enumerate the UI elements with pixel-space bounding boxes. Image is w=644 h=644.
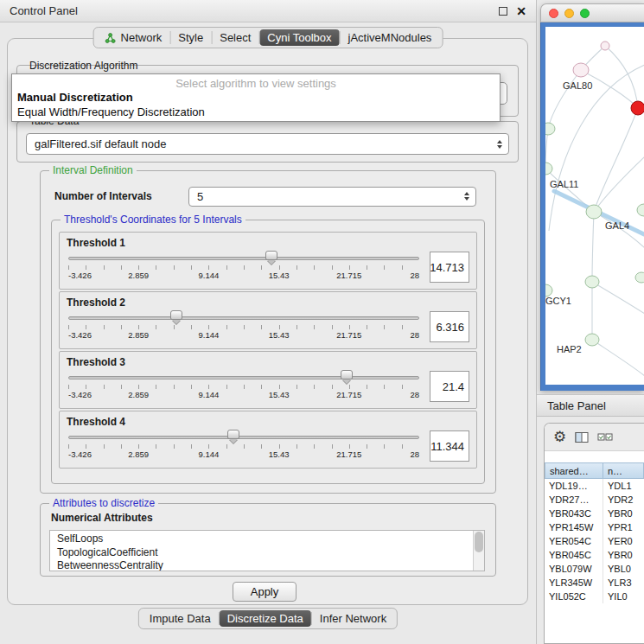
bottom-tabs: Impute DataDiscretize DataInfer Network — [138, 608, 398, 629]
float-window-icon[interactable] — [499, 7, 507, 16]
algorithm-option[interactable]: Manual Discretization — [12, 90, 500, 105]
scale-label: 28 — [410, 271, 419, 280]
num-intervals-value: 5 — [197, 190, 462, 203]
slider-track[interactable] — [68, 376, 419, 379]
tab-network[interactable]: Network — [97, 29, 170, 46]
network-graph[interactable]: GAL80GAL11GAL4GCY1HAP2 — [545, 27, 644, 385]
bottom-tab-impute-data[interactable]: Impute Data — [142, 610, 219, 627]
network-node[interactable] — [585, 334, 599, 346]
network-canvas[interactable]: GAL80GAL11GAL4GCY1HAP2 — [545, 27, 644, 385]
table-cell: YER054C — [545, 534, 603, 548]
bottom-tab-infer-network[interactable]: Infer Network — [312, 610, 394, 627]
table-rows: YDL19…YDL1YDR27…YDR2YBR043CYBR0YPR145WYP… — [545, 479, 644, 603]
apply-button[interactable]: Apply — [233, 582, 296, 602]
algorithm-dropdown-popup: Select algorithm to view settings Manual… — [11, 73, 501, 122]
minimize-traffic-light-icon[interactable] — [564, 9, 574, 18]
tab-cyni-toolbox[interactable]: Cyni Toolbox — [259, 29, 339, 46]
slider-ticks — [68, 325, 419, 329]
scale-label: 28 — [410, 390, 419, 399]
checkbox-columns-icon[interactable] — [597, 432, 613, 443]
close-traffic-light-icon[interactable] — [549, 9, 558, 18]
right-pane: GAL80GAL11GAL4GCY1HAP2 Table Panel ⚙ — [537, 0, 644, 644]
slider-thumb[interactable] — [227, 430, 239, 439]
network-node[interactable] — [545, 123, 555, 135]
table-panel: ⚙ shared…n… YDL19…YDL1YDR27…YDR2YBR043CY… — [544, 423, 644, 644]
attributes-group: Attributes to discretize Numerical Attri… — [40, 503, 496, 577]
num-intervals-combobox[interactable]: 5 — [188, 187, 476, 207]
threshold-slider[interactable]: -3.4262.8599.14415.4321.71528 — [67, 370, 421, 403]
network-node[interactable] — [635, 272, 644, 283]
slider-scale-labels: -3.4262.8599.14415.4321.71528 — [68, 450, 419, 460]
network-node[interactable] — [545, 284, 552, 296]
scale-label: 9.144 — [199, 330, 220, 340]
attribute-list-item[interactable]: SelfLoops — [57, 532, 472, 546]
tab-select[interactable]: Select — [212, 29, 258, 46]
threshold-row: -3.4262.8599.14415.4321.71528 11.344 — [67, 430, 469, 462]
node-label: GAL11 — [550, 179, 578, 189]
table-panel-header: Table Panel — [537, 394, 644, 417]
table-row[interactable]: YIL052CYIL0 — [545, 590, 644, 603]
table-data-combobox[interactable]: galFiltered.sif default node — [26, 133, 509, 155]
network-node[interactable] — [573, 63, 589, 77]
table-row[interactable]: YBL079WYBL0 — [545, 562, 644, 576]
threshold-slider[interactable]: -3.4262.8599.14415.4321.71528 — [67, 310, 421, 343]
table-row[interactable]: YER054CYER0 — [545, 534, 644, 548]
tab-label: jActiveMNodules — [348, 31, 432, 44]
slider-ticks — [68, 385, 419, 389]
tab-label: Infer Network — [320, 612, 386, 625]
zoom-traffic-light-icon[interactable] — [580, 9, 590, 18]
column-header[interactable]: n… — [603, 462, 644, 479]
attribute-list-item[interactable]: TopologicalCoefficient — [57, 546, 472, 560]
slider-track[interactable] — [68, 436, 419, 439]
threshold-label: Threshold 1 — [67, 237, 469, 249]
scale-label: 28 — [410, 330, 419, 340]
table-row[interactable]: YLR345WYLR3 — [545, 576, 644, 590]
table-row[interactable]: YBR045CYBR0 — [545, 548, 644, 562]
list-scrollbar[interactable] — [473, 531, 484, 571]
gear-icon[interactable]: ⚙ — [553, 430, 566, 444]
network-node[interactable] — [631, 101, 644, 115]
split-columns-icon[interactable] — [575, 431, 589, 443]
tab-style[interactable]: Style — [170, 29, 211, 46]
threshold-value-field[interactable]: 11.344 — [430, 430, 469, 462]
table-cell: YER0 — [603, 534, 644, 548]
node-table: shared…n… YDL19…YDL1YDR27…YDR2YBR043CYBR… — [545, 462, 644, 603]
network-node[interactable] — [637, 204, 644, 216]
close-icon[interactable]: ✕ — [516, 5, 526, 17]
table-cell: YBR0 — [603, 548, 644, 562]
threshold-value-field[interactable]: 6.316 — [430, 311, 469, 342]
scale-label: 9.144 — [199, 450, 220, 459]
table-row[interactable]: YDL19…YDL1 — [545, 479, 644, 493]
network-window-titlebar[interactable] — [540, 3, 644, 22]
numerical-attributes-list[interactable]: SelfLoopsTopologicalCoefficientBetweenne… — [49, 530, 485, 571]
threshold-value-field[interactable]: 21.4 — [430, 371, 469, 402]
threshold-slider[interactable]: -3.4262.8599.14415.4321.71528 — [67, 251, 421, 284]
algorithm-option[interactable]: Equal Width/Frequency Discretization — [12, 105, 500, 119]
scale-label: -3.426 — [68, 271, 92, 280]
tab-jactivemnodules[interactable]: jActiveMNodules — [341, 29, 440, 46]
network-node[interactable] — [545, 163, 552, 175]
scrollbar-thumb[interactable] — [475, 532, 483, 552]
network-view-window: GAL80GAL11GAL4GCY1HAP2 — [540, 3, 644, 391]
threshold-value-field[interactable]: 14.713 — [430, 252, 469, 283]
network-node[interactable] — [585, 276, 599, 288]
scale-label: 2.859 — [128, 271, 149, 280]
slider-thumb[interactable] — [170, 310, 182, 320]
group-title-attributes: Attributes to discretize — [49, 497, 158, 509]
threshold-slider[interactable]: -3.4262.8599.14415.4321.71528 — [67, 430, 421, 462]
network-node[interactable] — [586, 205, 602, 219]
slider-track[interactable] — [68, 316, 419, 320]
slider-thumb[interactable] — [265, 251, 277, 260]
table-cell: YLR3 — [603, 576, 644, 590]
bottom-tab-discretize-data[interactable]: Discretize Data — [220, 610, 311, 627]
table-cell: YDL19… — [545, 479, 603, 493]
column-header[interactable]: shared… — [545, 462, 603, 479]
table-row[interactable]: YPR145WYPR1 — [545, 520, 644, 534]
table-row[interactable]: YDR27…YDR2 — [545, 493, 644, 507]
slider-track[interactable] — [68, 257, 419, 260]
attribute-list-item[interactable]: BetweennessCentrality — [57, 559, 472, 571]
control-panel-body: Discretization Algorithm Select algorith… — [7, 38, 528, 605]
slider-thumb[interactable] — [341, 370, 353, 379]
table-row[interactable]: YBR043CYBR0 — [545, 507, 644, 520]
network-node[interactable] — [601, 41, 609, 50]
